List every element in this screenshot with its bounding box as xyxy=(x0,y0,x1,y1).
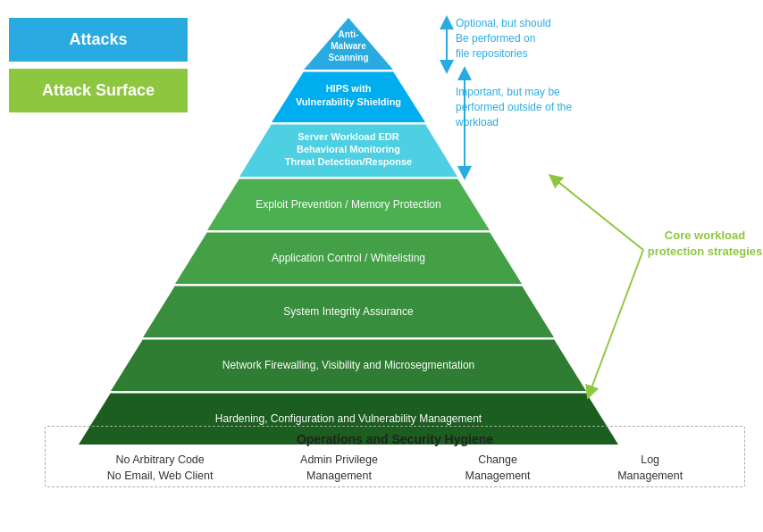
svg-text:Scanning: Scanning xyxy=(328,53,368,62)
pyramid-layer-7 xyxy=(111,339,586,391)
svg-text:Exploit Prevention / Memory Pr: Exploit Prevention / Memory Protection xyxy=(256,198,440,211)
pyramid-layer-4 xyxy=(207,179,490,230)
svg-text:HIPS with: HIPS with xyxy=(326,83,372,94)
annotation-core: Core workloadprotection strategies xyxy=(647,228,763,260)
svg-text:Behavioral Monitoring: Behavioral Monitoring xyxy=(297,144,400,154)
svg-text:Anti-: Anti- xyxy=(339,29,359,39)
svg-text:Network Firewalling, Visibilit: Network Firewalling, Visibility and Micr… xyxy=(222,359,475,371)
svg-text:Vulnerability Shielding: Vulnerability Shielding xyxy=(296,96,401,107)
legend: Attacks Attack Surface xyxy=(9,18,188,112)
svg-text:Malware: Malware xyxy=(331,41,366,51)
annotation-important: Important, but may beperformed outside o… xyxy=(456,85,634,129)
ops-item-2: Admin PrivilegeManagement xyxy=(300,452,378,486)
ops-item-1: No Arbitrary CodeNo Email, Web Client xyxy=(107,452,214,486)
pyramid-layer-6 xyxy=(143,286,554,337)
pyramid-layer-5 xyxy=(175,232,522,284)
pyramid-layer-3 xyxy=(239,124,457,177)
svg-line-22 xyxy=(590,250,643,393)
ops-item-3: ChangeManagement xyxy=(465,452,531,486)
pyramid-layer-2 xyxy=(272,71,425,122)
svg-text:Hardening, Configuration and V: Hardening, Configuration and Vulnerabili… xyxy=(215,412,482,425)
svg-line-23 xyxy=(554,179,643,250)
legend-surface: Attack Surface xyxy=(9,69,188,112)
svg-text:Server Workload EDR: Server Workload EDR xyxy=(298,131,399,142)
operations-title: Operations and Security Hygiene xyxy=(54,432,735,446)
ops-item-4: LogManagement xyxy=(617,452,683,486)
operations-items: No Arbitrary CodeNo Email, Web Client Ad… xyxy=(54,452,735,486)
svg-text:System Integrity Assurance: System Integrity Assurance xyxy=(283,305,414,318)
svg-text:Threat Detection/Response: Threat Detection/Response xyxy=(285,156,412,167)
annotation-optional: Optional, but shouldBe performed onfile … xyxy=(456,16,634,61)
svg-text:Application Control / Whitelis: Application Control / Whitelisting xyxy=(272,252,425,264)
pyramid-layer-1 xyxy=(304,18,393,70)
operations-box: Operations and Security Hygiene No Arbit… xyxy=(45,426,745,488)
legend-attacks: Attacks xyxy=(9,18,188,62)
